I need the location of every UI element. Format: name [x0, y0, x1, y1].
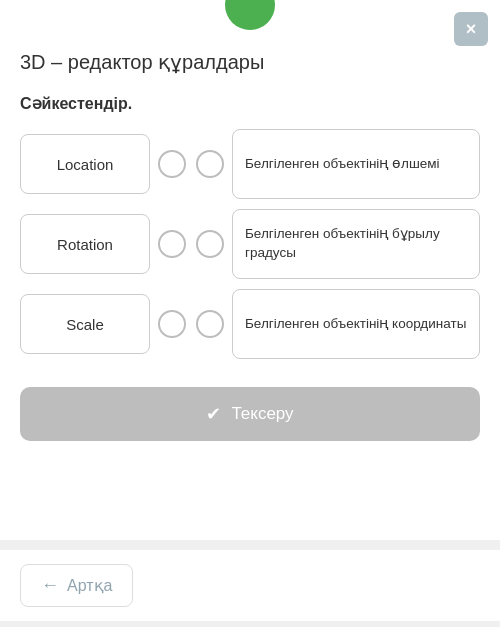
left-box-rotation: Rotation [20, 214, 150, 274]
radio-right-2[interactable] [196, 230, 224, 258]
right-box-2: Белгіленген объектінің бұрылу градусы [232, 209, 480, 279]
match-row-1: Location Белгіленген объектінің өлшемі [20, 129, 480, 199]
check-button[interactable]: ✔ Тексеру [20, 387, 480, 441]
radio-right-1[interactable] [196, 150, 224, 178]
section-subtitle: Сәйкестендір. [20, 94, 480, 113]
back-button-label: Артқа [67, 576, 112, 595]
match-container: Location Белгіленген объектінің өлшемі R… [20, 129, 480, 359]
page-title: 3D – редактор құралдары [20, 50, 480, 74]
checkmark-icon: ✔ [206, 403, 221, 425]
right-label-2: Белгіленген объектінің бұрылу градусы [245, 225, 467, 263]
left-box-location: Location [20, 134, 150, 194]
radio-group-2 [158, 230, 224, 258]
left-label-location: Location [57, 156, 114, 173]
right-box-1: Белгіленген объектінің өлшемі [232, 129, 480, 199]
right-label-3: Белгіленген объектінің координаты [245, 315, 466, 334]
main-card: 3D – редактор құралдары Сәйкестендір. Lo… [0, 20, 500, 540]
radio-group-3 [158, 310, 224, 338]
radio-group-1 [158, 150, 224, 178]
radio-left-3[interactable] [158, 310, 186, 338]
bottom-bar: ← Артқа [0, 550, 500, 621]
radio-left-2[interactable] [158, 230, 186, 258]
left-box-scale: Scale [20, 294, 150, 354]
match-row-3: Scale Белгіленген объектінің координаты [20, 289, 480, 359]
left-label-scale: Scale [66, 316, 104, 333]
back-button[interactable]: ← Артқа [20, 564, 133, 607]
back-arrow-icon: ← [41, 575, 59, 596]
check-button-label: Тексеру [231, 404, 293, 424]
radio-left-1[interactable] [158, 150, 186, 178]
match-row-2: Rotation Белгіленген объектінің бұрылу г… [20, 209, 480, 279]
left-label-rotation: Rotation [57, 236, 113, 253]
right-box-3: Белгіленген объектінің координаты [232, 289, 480, 359]
close-button[interactable]: × [454, 12, 488, 46]
radio-right-3[interactable] [196, 310, 224, 338]
right-label-1: Белгіленген объектінің өлшемі [245, 155, 440, 174]
